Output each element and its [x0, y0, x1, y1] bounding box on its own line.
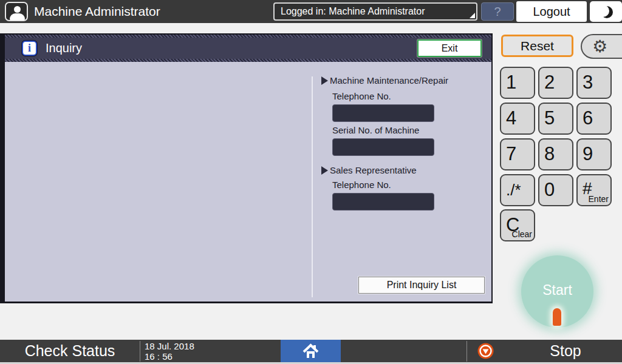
stop-button[interactable]: Stop — [467, 340, 622, 362]
exit-button[interactable]: Exit — [417, 39, 482, 57]
page-title: Machine Administrator — [34, 0, 160, 23]
keypad-0[interactable]: 0 — [538, 174, 573, 206]
reset-button[interactable]: Reset — [501, 35, 573, 57]
start-label: Start — [521, 282, 593, 298]
keypad-7[interactable]: 7 — [500, 138, 535, 170]
moon-icon — [597, 5, 609, 17]
user-shoulders-icon — [10, 13, 25, 20]
keypad-3[interactable]: 3 — [576, 67, 612, 99]
gear-icon: ⚙ — [592, 36, 607, 57]
user-icon — [5, 2, 28, 21]
field-label-maintenance-line2: Telephone No. — [332, 91, 391, 101]
keypad-8[interactable]: 8 — [538, 138, 573, 170]
bottom-bar-divider — [140, 341, 140, 362]
energy-saver-button[interactable] — [590, 1, 622, 22]
home-button[interactable] — [281, 340, 341, 362]
sales-telephone-value — [332, 193, 434, 211]
keypad-9[interactable]: 9 — [576, 138, 612, 170]
keypad-enter[interactable]: # Enter — [576, 174, 612, 206]
datetime-display: 18 Jul. 2018 16 : 56 — [145, 341, 194, 362]
keypad-2[interactable]: 2 — [538, 67, 573, 99]
date-label: 18 Jul. 2018 — [145, 341, 194, 351]
check-status-button[interactable]: Check Status — [0, 340, 140, 362]
keypad-1[interactable]: 1 — [500, 67, 535, 99]
dropdown-corner-icon — [470, 13, 475, 18]
serial-number-value — [332, 138, 434, 156]
inquiry-panel: i Inquiry Exit Machine Maintenance/Repai… — [0, 33, 493, 303]
field-label-maintenance: Machine Maintenance/Repair — [321, 75, 448, 86]
user-head-icon — [14, 6, 21, 13]
arrow-right-icon — [321, 166, 328, 175]
stop-label: Stop — [538, 340, 593, 362]
time-label: 16 : 56 — [145, 351, 194, 362]
help-button[interactable]: ? — [481, 2, 514, 21]
start-button[interactable]: Start — [521, 255, 593, 328]
vertical-divider — [312, 76, 313, 297]
top-bar: Machine Administrator Logged in: Machine… — [0, 0, 622, 23]
stop-icon — [477, 343, 494, 359]
keypad-dot-slash-star[interactable]: ./* — [500, 174, 535, 206]
field-label-sales-line2: Telephone No. — [332, 180, 391, 190]
keypad-5[interactable]: 5 — [538, 103, 573, 135]
field-label-sales: Sales Representative — [321, 165, 417, 175]
inquiry-panel-header: i Inquiry Exit — [5, 35, 491, 62]
start-indicator-light — [553, 308, 561, 326]
field-label-serial: Serial No. of Machine — [332, 125, 419, 135]
logout-button[interactable]: Logout — [516, 1, 587, 22]
arrow-right-icon — [321, 76, 328, 85]
home-icon — [302, 343, 319, 359]
info-icon: i — [22, 41, 37, 56]
print-inquiry-list-button[interactable]: Print Inquiry List — [358, 277, 485, 294]
inquiry-panel-content: Machine Maintenance/Repair Telephone No.… — [5, 62, 491, 302]
keypad-4[interactable]: 4 — [500, 103, 535, 135]
login-status-dropdown[interactable]: Logged in: Machine Administrator — [273, 2, 477, 21]
keypad-clear[interactable]: C Clear — [500, 209, 535, 241]
settings-button[interactable]: ⚙ — [581, 34, 622, 59]
login-status-label: Logged in: Machine Administrator — [281, 6, 425, 16]
panel-title: Inquiry — [46, 35, 82, 62]
maintenance-telephone-value — [332, 104, 434, 122]
keypad-6[interactable]: 6 — [576, 103, 612, 135]
